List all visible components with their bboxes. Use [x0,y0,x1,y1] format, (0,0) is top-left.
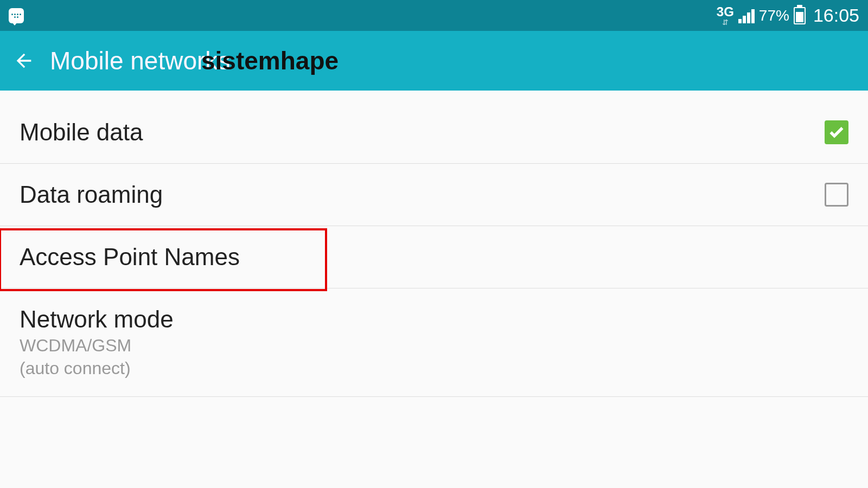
data-arrows-icon: ⇵ [722,18,729,26]
item-label: Mobile data [20,119,143,146]
settings-list: Mobile data Data roaming Access Point Na… [0,91,868,397]
list-item-data-roaming[interactable]: Data roaming [0,164,868,226]
network-type-label: 3G [717,5,734,18]
status-bar-right: 3G ⇵ 77% 16:05 [717,5,859,26]
checkbox-mobile-data[interactable] [825,120,848,144]
clock-label: 16:05 [813,5,859,26]
status-bar: 3G ⇵ 77% 16:05 [0,0,868,31]
battery-percent-label: 77% [759,7,789,24]
app-bar: Mobile networks sistemhape [0,31,868,91]
checkbox-data-roaming[interactable] [825,183,848,207]
item-label: Data roaming [20,181,163,208]
watermark-text: sistemhape [201,46,339,75]
signal-bars-icon [738,8,755,23]
item-label: Network mode [20,306,174,333]
item-sublabel: WCDMA/GSM [20,335,174,356]
list-item-mobile-data[interactable]: Mobile data [0,91,868,164]
network-type-icon: 3G ⇵ [717,5,734,26]
bbm-notification-icon [9,8,24,23]
list-item-network-mode[interactable]: Network mode WCDMA/GSM (auto connect) [0,288,868,397]
back-button[interactable] [11,48,37,74]
status-bar-left [9,8,24,23]
item-sublabel: (auto connect) [20,358,174,378]
item-text-group: Network mode WCDMA/GSM (auto connect) [20,306,174,379]
check-icon [828,124,845,141]
battery-icon [794,7,806,24]
item-label: Access Point Names [20,243,240,271]
list-item-apn[interactable]: Access Point Names [0,226,868,288]
arrow-left-icon [13,50,35,72]
